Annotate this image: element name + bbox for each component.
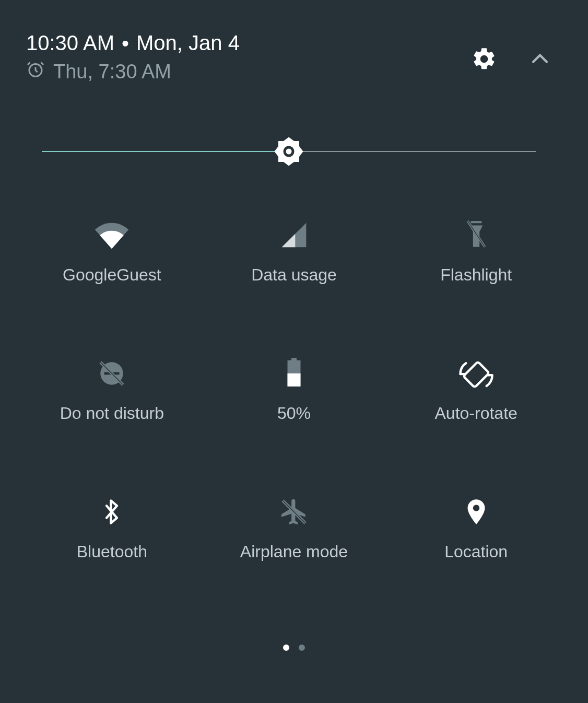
tile-wifi-label: GoogleGuest: [63, 265, 161, 285]
tile-bluetooth[interactable]: Bluetooth: [21, 496, 203, 561]
brightness-thumb[interactable]: [273, 136, 304, 167]
tile-bluetooth-label: Bluetooth: [77, 542, 147, 561]
svg-point-3: [286, 149, 292, 155]
bluetooth-icon: [101, 496, 122, 528]
brightness-track-fill: [42, 151, 289, 152]
svg-rect-13: [287, 373, 300, 386]
svg-rect-14: [463, 361, 489, 387]
tile-data-usage[interactable]: Data usage: [203, 219, 385, 285]
brightness-slider[interactable]: [42, 136, 536, 167]
clock-date: Mon, Jan 4: [136, 31, 240, 55]
svg-rect-4: [471, 221, 481, 223]
location-icon: [465, 496, 488, 528]
tile-flashlight-label: Flashlight: [440, 265, 512, 285]
tile-location-label: Location: [444, 542, 508, 561]
tile-airplane-label: Airplane mode: [240, 542, 348, 561]
tile-battery-label: 50%: [277, 404, 311, 423]
header: 10:30 AM • Mon, Jan 4 Thu, 7:30 AM: [0, 0, 588, 84]
svg-rect-11: [291, 358, 297, 360]
tile-location[interactable]: Location: [385, 496, 567, 561]
tile-dnd[interactable]: Do not disturb: [21, 358, 203, 423]
dnd-icon: [97, 358, 127, 389]
gear-icon: [471, 46, 497, 72]
page-dot-1[interactable]: [283, 645, 289, 651]
page-indicator[interactable]: [283, 645, 305, 651]
brightness-icon: [273, 136, 304, 167]
alarm-time: Thu, 7:30 AM: [53, 61, 171, 83]
page-dot-2[interactable]: [299, 645, 305, 651]
svg-point-17: [473, 505, 479, 511]
auto-rotate-icon: [458, 358, 495, 389]
chevron-up-icon: [528, 48, 551, 71]
alarm-icon: [26, 60, 45, 84]
airplane-icon: [279, 496, 309, 528]
header-left: 10:30 AM • Mon, Jan 4 Thu, 7:30 AM: [26, 31, 240, 84]
tile-dnd-label: Do not disturb: [60, 404, 164, 423]
quick-settings-grid: GoogleGuest Data usage Flashlight: [0, 219, 588, 561]
tile-data-usage-label: Data usage: [251, 265, 337, 285]
settings-button[interactable]: [471, 46, 497, 72]
tile-airplane[interactable]: Airplane mode: [203, 496, 385, 561]
battery-icon: [285, 358, 303, 389]
tile-battery[interactable]: 50%: [203, 358, 385, 423]
time-date-row[interactable]: 10:30 AM • Mon, Jan 4: [26, 31, 240, 55]
tile-auto-rotate[interactable]: Auto-rotate: [385, 358, 567, 423]
tile-wifi[interactable]: GoogleGuest: [21, 219, 203, 285]
header-right: [471, 31, 562, 72]
clock-time: 10:30 AM: [26, 31, 114, 55]
alarm-row[interactable]: Thu, 7:30 AM: [26, 60, 240, 84]
wifi-icon: [93, 219, 130, 251]
collapse-button[interactable]: [528, 48, 551, 71]
cellular-icon: [279, 219, 309, 251]
separator-dot: •: [122, 33, 129, 54]
tile-auto-rotate-label: Auto-rotate: [435, 404, 518, 423]
flashlight-icon: [463, 219, 489, 251]
tile-flashlight[interactable]: Flashlight: [385, 219, 567, 285]
